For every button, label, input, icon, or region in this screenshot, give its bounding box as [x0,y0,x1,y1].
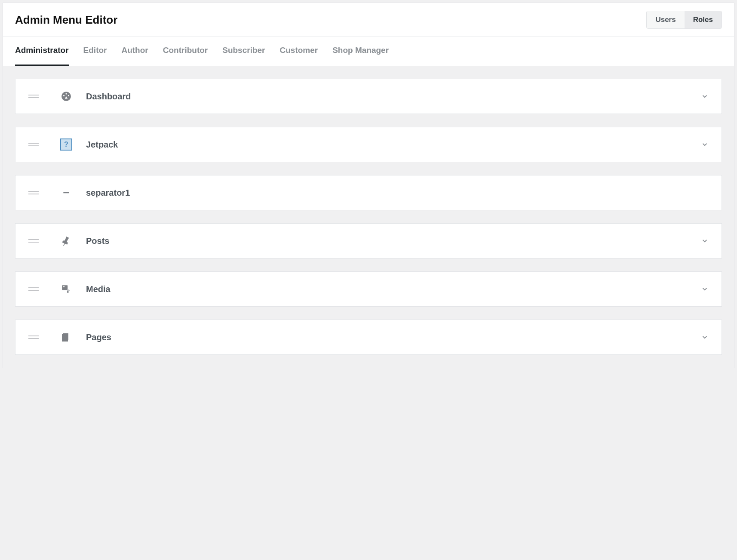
svg-rect-5 [62,335,68,341]
tab-customer[interactable]: Customer [279,37,318,66]
placeholder-icon: ? [60,138,72,151]
menu-row-jetpack[interactable]: ? Jetpack [15,127,722,162]
drag-handle-icon[interactable] [28,191,39,194]
chevron-down-icon[interactable] [701,285,709,293]
tab-subscriber[interactable]: Subscriber [222,37,265,66]
admin-menu-editor-panel: Admin Menu Editor Users Roles Administra… [3,3,734,368]
menu-row-dashboard[interactable]: Dashboard [15,79,722,114]
drag-handle-icon[interactable] [28,143,39,146]
view-toggle: Users Roles [646,11,722,29]
menu-item-label: Jetpack [86,140,701,150]
menu-item-label: Pages [86,332,701,342]
media-icon [60,283,72,295]
pin-icon [60,235,72,247]
tab-author[interactable]: Author [121,37,148,66]
page-title: Admin Menu Editor [15,13,117,27]
drag-handle-icon[interactable] [28,335,39,339]
panel-header: Admin Menu Editor Users Roles [3,3,734,37]
menu-row-pages[interactable]: Pages [15,320,722,355]
separator-icon [60,187,72,199]
pages-icon [60,331,72,343]
drag-handle-icon[interactable] [28,95,39,98]
chevron-down-icon[interactable] [701,141,709,148]
dashboard-icon [60,90,72,102]
chevron-down-icon[interactable] [701,237,709,245]
users-toggle[interactable]: Users [647,11,684,28]
tab-editor[interactable]: Editor [83,37,107,66]
menu-item-label: separator1 [86,188,709,198]
tab-contributor[interactable]: Contributor [163,37,208,66]
role-tabs: Administrator Editor Author Contributor … [3,37,734,66]
menu-row-media[interactable]: Media [15,271,722,307]
menu-item-label: Posts [86,236,701,246]
roles-toggle[interactable]: Roles [685,11,722,28]
svg-rect-1 [62,285,68,290]
tab-administrator[interactable]: Administrator [15,37,69,66]
menu-item-label: Dashboard [86,92,701,102]
drag-handle-icon[interactable] [28,287,39,291]
svg-point-2 [63,286,64,287]
menu-row-separator1[interactable]: separator1 [15,175,722,210]
chevron-down-icon[interactable] [701,92,709,100]
menu-row-posts[interactable]: Posts [15,223,722,258]
tab-shop-manager[interactable]: Shop Manager [332,37,389,66]
drag-handle-icon[interactable] [28,239,39,243]
chevron-down-icon[interactable] [701,333,709,341]
menu-item-label: Media [86,284,701,294]
menu-items-list: Dashboard ? Jetpack separator1 [3,66,734,368]
